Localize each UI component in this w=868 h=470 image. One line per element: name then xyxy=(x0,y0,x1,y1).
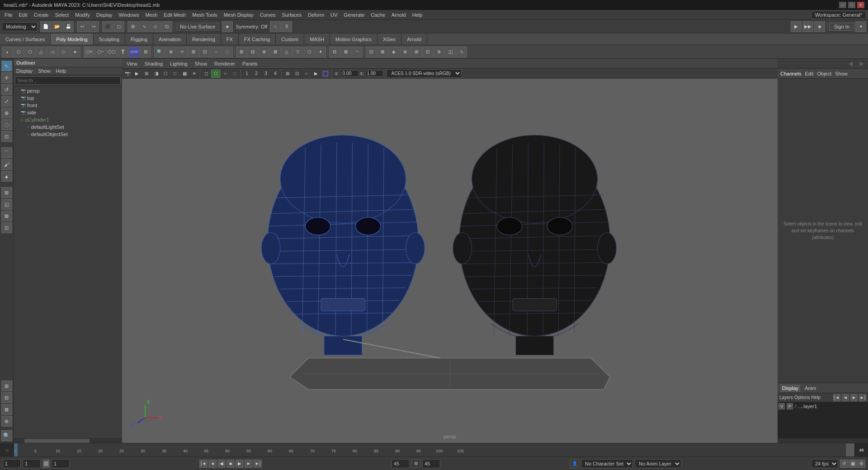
tree-top[interactable]: 📷 top xyxy=(14,94,122,102)
menu-uv[interactable]: UV xyxy=(328,11,340,19)
insert-edge-btn[interactable]: ⊟ xyxy=(329,47,340,57)
text-tool-btn[interactable]: T xyxy=(118,47,128,57)
vp-x4-btn[interactable]: 4 xyxy=(271,70,280,78)
select-tool-btn[interactable]: ⬧ xyxy=(2,47,13,57)
layer-last-btn[interactable]: ►| xyxy=(859,394,866,401)
vp-bbox-btn[interactable]: □ xyxy=(170,70,179,78)
vp-x2-btn[interactable]: 2 xyxy=(252,70,261,78)
tab-mash[interactable]: MASH xyxy=(304,33,330,45)
no-character-set-dropdown[interactable]: No Character Set xyxy=(581,459,633,468)
redo-button[interactable]: ↪ xyxy=(88,21,99,32)
menu-arnold[interactable]: Arnold xyxy=(389,11,409,19)
select-tool[interactable]: ↖ xyxy=(1,61,12,71)
channels-tab[interactable]: Channels xyxy=(780,71,801,76)
display-layer-tab[interactable]: Display xyxy=(780,385,800,392)
vp-cam-btn[interactable]: 📷 xyxy=(123,70,132,78)
tree-front[interactable]: 📷 front xyxy=(14,102,122,109)
soft-select[interactable]: ◌ xyxy=(1,119,12,130)
select-mode-button[interactable]: ⬛ xyxy=(102,21,113,32)
search-tool[interactable]: 🔍 xyxy=(1,430,12,441)
sym-off-btn[interactable]: ○ xyxy=(270,21,281,32)
viewport-canvas[interactable]: X Y Z persp xyxy=(122,79,778,443)
snap-to-view-button[interactable]: ⊡ xyxy=(161,21,172,32)
crease-btn[interactable]: ⊠ xyxy=(377,47,388,57)
universal-manip[interactable]: ⊕ xyxy=(1,108,12,118)
outliner-search-input[interactable] xyxy=(15,76,121,85)
vp-cam-tool-btn[interactable]: ○ xyxy=(302,70,311,78)
timeline-ruler[interactable]: 1 5 10 15 20 25 30 35 40 45 50 55 60 65 … xyxy=(14,443,854,456)
outliner-help-menu[interactable]: Help xyxy=(53,67,69,75)
sub-frame-input[interactable] xyxy=(23,459,41,468)
layer-first-btn[interactable]: |◄ xyxy=(833,394,840,401)
separate-btn[interactable]: ⊟ xyxy=(247,47,258,57)
tab-sculpting[interactable]: Sculpting xyxy=(94,33,125,45)
menu-display[interactable]: Display xyxy=(94,11,115,19)
zoom-btn[interactable]: 🔍 xyxy=(154,47,165,57)
connect-btn[interactable]: ⊞ xyxy=(188,47,199,57)
menu-create[interactable]: Create xyxy=(31,11,52,19)
fill-hole-btn[interactable]: ⊡ xyxy=(199,47,210,57)
ch-top-btn1[interactable]: ◁ xyxy=(846,60,855,68)
menu-surfaces[interactable]: Surfaces xyxy=(279,11,304,19)
stop-btn[interactable]: ■ xyxy=(226,460,235,468)
minimize-button[interactable]: ─ xyxy=(839,2,846,8)
tab-xgen[interactable]: XGen xyxy=(377,33,401,45)
retopo-btn[interactable]: ⬡ xyxy=(304,47,315,57)
mode-dropdown[interactable]: Modeling Rigging Animation xyxy=(2,22,38,31)
tab-rigging[interactable]: Rigging xyxy=(125,33,153,45)
paint-select[interactable]: 🖌 xyxy=(1,159,12,170)
snap-to-grid-button[interactable]: ⊞ xyxy=(127,21,138,32)
tree-side[interactable]: 📷 side xyxy=(14,109,122,116)
vp-iso-btn[interactable]: ◻ xyxy=(202,70,211,78)
step-fwd-btn[interactable]: ► xyxy=(245,460,253,468)
maximize-button[interactable]: □ xyxy=(848,2,855,8)
show-menu[interactable]: Show xyxy=(192,60,210,67)
poly-grid-btn[interactable]: ⊞ xyxy=(140,47,151,57)
no-live-surface-dropdown[interactable]: No Live Surface xyxy=(176,23,219,31)
bridge-btn[interactable]: ⬡⬡ xyxy=(106,47,117,57)
tab-rendering[interactable]: Rendering xyxy=(187,33,221,45)
vp-light-btn[interactable]: ☀ xyxy=(189,70,198,78)
vp-x1-btn[interactable]: 1 xyxy=(242,70,251,78)
extrude-btn[interactable]: ⬡+ xyxy=(84,47,94,57)
menu-mesh[interactable]: Mesh xyxy=(142,11,160,19)
mirror-btn[interactable]: ⊠ xyxy=(270,47,281,57)
attr-btn[interactable]: ⊛ xyxy=(1,416,12,427)
menu-modify[interactable]: Modify xyxy=(72,11,92,19)
rotate-tool[interactable]: ↺ xyxy=(1,84,12,95)
anim-cache-btn[interactable]: ▦ xyxy=(849,460,857,468)
go-to-end-btn[interactable]: ►| xyxy=(254,460,262,468)
multi-select-btn[interactable]: ⬡ xyxy=(13,47,24,57)
range-end-input[interactable] xyxy=(392,459,410,468)
view-menu[interactable]: View xyxy=(124,60,140,67)
snap-to-curve-button[interactable]: ∿ xyxy=(139,21,150,32)
svg-tool-btn[interactable]: SVG xyxy=(129,47,140,57)
show-tab[interactable]: Show xyxy=(835,71,848,76)
wrap-btn[interactable]: ⊛ xyxy=(434,47,444,57)
layer-next-btn[interactable]: ► xyxy=(850,394,858,401)
vp-wire-btn[interactable]: ⬡ xyxy=(161,70,170,78)
transform-btn[interactable]: ⊡ xyxy=(366,47,377,57)
move-tool[interactable]: ✛ xyxy=(1,72,12,83)
circularize-btn[interactable]: ○ xyxy=(211,47,222,57)
ncloth-btn[interactable]: ◫ xyxy=(445,47,456,57)
current-frame-input[interactable] xyxy=(3,459,21,468)
smooth-btn[interactable]: ◌ xyxy=(222,47,233,57)
save-scene-button[interactable]: 💾 xyxy=(63,21,74,32)
tab-poly-modeling[interactable]: Poly Modeling xyxy=(51,33,93,45)
menu-mesh-display[interactable]: Mesh Display xyxy=(221,11,256,19)
workspace-dropdown[interactable]: Workspace: General* xyxy=(811,11,866,19)
play-back-btn[interactable]: ◀ xyxy=(217,460,226,468)
step-back-btn[interactable]: ◄ xyxy=(208,460,217,468)
undo-button[interactable]: ↩ xyxy=(77,21,88,32)
panels-menu[interactable]: Panels xyxy=(240,60,260,67)
outliner-show-menu[interactable]: Show xyxy=(35,67,53,75)
tab-arnold[interactable]: Arnold xyxy=(401,33,427,45)
renderer-menu[interactable]: Renderer xyxy=(212,60,238,67)
menu-cache[interactable]: Cache xyxy=(368,11,388,19)
sign-in-chevron[interactable]: ▾ xyxy=(855,21,866,32)
shading-menu[interactable]: Shading xyxy=(142,60,165,67)
menu-mesh-tools[interactable]: Mesh Tools xyxy=(189,11,220,19)
vp-render-btn[interactable]: ▶ xyxy=(311,70,321,78)
reduce-btn[interactable]: △ xyxy=(281,47,292,57)
